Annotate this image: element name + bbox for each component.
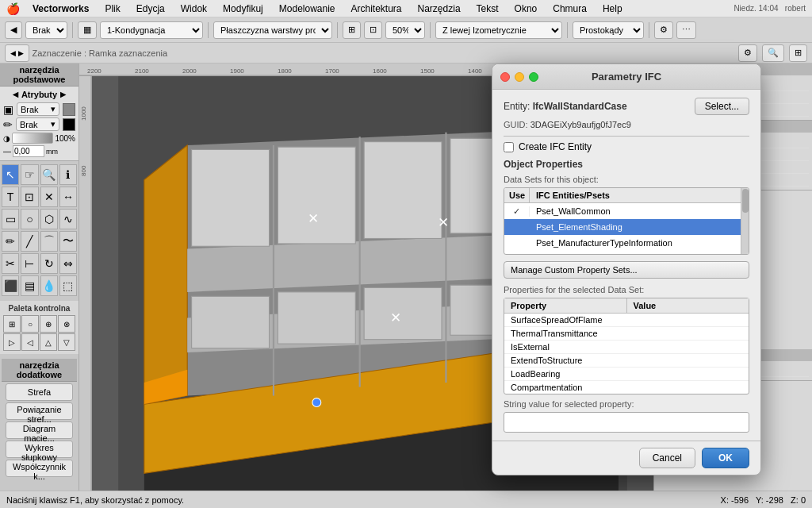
dataset-item-2[interactable]: Pset_ElementShading	[504, 219, 741, 235]
tool-attr2[interactable]: ⬚	[59, 275, 77, 296]
menu-app[interactable]: Vectorworks	[29, 2, 92, 16]
prop-row-3[interactable]: IsExternal	[504, 341, 749, 354]
palette-btn-5[interactable]: ▷	[3, 333, 21, 351]
menu-plik[interactable]: Plik	[102, 2, 123, 16]
tool-rotate[interactable]: ↻	[40, 253, 58, 274]
tool-line[interactable]: ╱	[21, 231, 38, 252]
menu-modelowanie[interactable]: Modelowanie	[276, 2, 339, 16]
diagram-btn[interactable]: Diagram macie...	[6, 421, 74, 439]
ok-button[interactable]: OK	[702, 448, 749, 468]
tool-hand[interactable]: ☞	[21, 164, 38, 185]
tool-gradient[interactable]: ▤	[21, 275, 38, 296]
tool-poly[interactable]: ⬡	[40, 209, 58, 229]
palette-btn-4[interactable]: ⊗	[58, 315, 75, 333]
toolbar-back-btn[interactable]: ◀	[5, 21, 22, 39]
toolbar-zoom-select[interactable]: 50%	[385, 21, 425, 39]
string-value-input[interactable]	[504, 412, 749, 433]
tool-connect[interactable]: ⊢	[21, 253, 38, 274]
prop-row-5[interactable]: LoadBearing	[504, 368, 749, 381]
menu-architektura[interactable]: Architektura	[348, 2, 405, 16]
svg-text:✕: ✕	[390, 310, 401, 325]
toolbar2-btn1[interactable]: ⚙	[738, 44, 757, 62]
tool-arc[interactable]: ⌒	[40, 231, 58, 252]
attr-value-row: — mm	[3, 145, 75, 157]
dataset-item-3[interactable]: Pset_ManufacturerTypeInformation	[504, 235, 741, 251]
prop-value-1	[626, 315, 742, 325]
menu-chmura[interactable]: Chmura	[550, 2, 590, 16]
breadcrumb-back-btn[interactable]: ◀ ▶	[5, 44, 29, 62]
toolbar-kondensacja-select[interactable]: 1-Kondygnacja	[100, 21, 203, 39]
wspolczynnik-btn[interactable]: Współczynnik k...	[6, 460, 74, 477]
dataset-name-1: Pset_WallCommon	[530, 205, 741, 217]
attr-fill-dropdown[interactable]: Brak▾	[17, 102, 59, 116]
toolbar-projection-select[interactable]: Prostokądy	[573, 21, 644, 39]
toolbar2-btn3[interactable]: ⊞	[789, 44, 807, 62]
manage-custom-property-button[interactable]: Manage Custom Property Sets...	[504, 261, 749, 279]
menu-help[interactable]: Help	[599, 2, 626, 16]
create-ifc-label: Create IFC Entity	[519, 141, 592, 152]
toolbar-more-btn[interactable]: ⋯	[676, 21, 696, 39]
cancel-button[interactable]: Cancel	[639, 448, 695, 468]
toolbar-snap-btn[interactable]: ⊞	[343, 21, 361, 39]
menu-narzedzia[interactable]: Narzędzia	[415, 2, 464, 16]
palette-btn-1[interactable]: ⊞	[3, 315, 21, 333]
tool-zoom[interactable]: 🔍	[40, 164, 58, 185]
select-button[interactable]: Select...	[695, 98, 749, 115]
tool-text[interactable]: T	[2, 187, 19, 207]
prop-row-1[interactable]: SurfaceSpreadOfFlame	[504, 314, 749, 327]
dialog-minimize-btn[interactable]	[515, 72, 524, 82]
tool-mirror[interactable]: ⇔	[59, 253, 77, 274]
create-ifc-checkbox[interactable]	[504, 142, 514, 152]
status-y: Y: -298	[756, 495, 783, 505]
tool-info[interactable]: ℹ	[59, 164, 77, 185]
palette-btn-3[interactable]: ⊕	[40, 315, 57, 333]
tool-circle[interactable]: ○	[21, 209, 38, 229]
menubar: 🍎 Vectorworks Plik Edycja Widok Modyfiku…	[0, 0, 812, 17]
dataset-item-1[interactable]: ✓ Pset_WallCommon	[504, 203, 741, 219]
menu-widok[interactable]: Widok	[178, 2, 210, 16]
toolbar-brak-select[interactable]: Brak	[25, 21, 67, 39]
toolbar-settings-btn[interactable]: ⚙	[654, 21, 673, 39]
prop-row-6[interactable]: Compartmentation	[504, 381, 749, 394]
attr-left-btn[interactable]: ◀	[13, 90, 18, 98]
prop-row-4[interactable]: ExtendToStructure	[504, 354, 749, 368]
datasets-scrollbar[interactable]	[741, 188, 749, 254]
tool-x[interactable]: ✕	[40, 187, 58, 207]
toolbar-view-btn[interactable]: ▦	[78, 21, 97, 39]
toolbar-3d-btn[interactable]: ⊡	[364, 21, 382, 39]
attr-value-input[interactable]	[13, 145, 44, 157]
palette-btn-2[interactable]: ○	[21, 315, 39, 333]
toolbar2-btn2[interactable]: 🔍	[762, 44, 784, 62]
toolbar-plaszczyzna-select[interactable]: Płaszczyzna warstwy projek...	[213, 21, 332, 39]
menu-edycja[interactable]: Edycja	[133, 2, 168, 16]
attr-opacity-bar[interactable]	[12, 133, 53, 144]
tool-trim[interactable]: ✂	[2, 253, 19, 274]
dataset-name-2: Pset_ElementShading	[530, 221, 741, 233]
tool-rect2[interactable]: ⊡	[21, 187, 38, 207]
dialog-maximize-btn[interactable]	[529, 72, 538, 82]
toolbar-view-select[interactable]: Z lewej Izometrycznie	[435, 21, 562, 39]
attr-right-btn[interactable]: ▶	[60, 90, 66, 98]
palette-btn-8[interactable]: ▽	[58, 333, 75, 351]
strefa-btn[interactable]: Strefa	[6, 383, 74, 401]
menu-okno[interactable]: Okno	[511, 2, 541, 16]
tool-freehand[interactable]: 〜	[59, 231, 77, 252]
wykres-btn[interactable]: Wykres słupkowy	[6, 441, 74, 458]
palette-btn-7[interactable]: △	[40, 333, 57, 351]
tool-pencil[interactable]: ✏	[2, 231, 19, 252]
prop-row-2[interactable]: ThermalTransmittance	[504, 327, 749, 341]
dialog-close-btn[interactable]	[500, 72, 510, 82]
attr-pen-dropdown[interactable]: Brak▾	[16, 117, 59, 131]
tool-dim[interactable]: ↔	[59, 187, 77, 207]
menu-modyfikuj[interactable]: Modyfikuj	[220, 2, 266, 16]
tool-eyedrop[interactable]: 💧	[40, 275, 58, 296]
apple-menu[interactable]: 🍎	[6, 2, 20, 15]
tool-bezier[interactable]: ∿	[59, 209, 77, 229]
tool-fill[interactable]: ⬛	[2, 275, 19, 296]
tool-arrow[interactable]: ↖	[2, 164, 19, 185]
menu-tekst[interactable]: Tekst	[473, 2, 502, 16]
tool-rect3[interactable]: ▭	[2, 209, 19, 229]
powiazanie-btn[interactable]: Powiązanie stref...	[6, 402, 74, 420]
palette-btn-6[interactable]: ◁	[21, 333, 39, 351]
dataset-item-4[interactable]: Pset_ManufacturerOccurrence	[504, 251, 741, 255]
